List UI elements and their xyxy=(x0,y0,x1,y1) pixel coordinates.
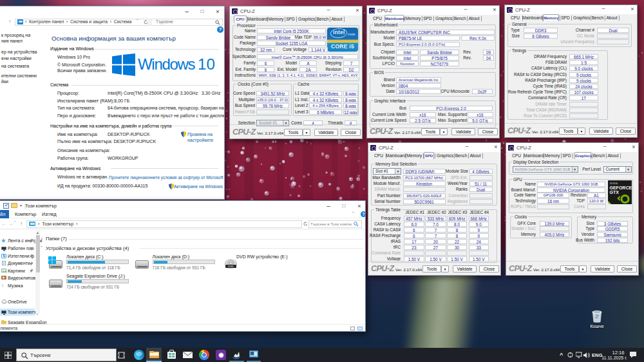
svg-text:NVIDIA: NVIDIA xyxy=(610,182,618,185)
svg-text:GTX: GTX xyxy=(609,189,619,194)
svg-text:GEFORCE: GEFORCE xyxy=(609,185,632,189)
